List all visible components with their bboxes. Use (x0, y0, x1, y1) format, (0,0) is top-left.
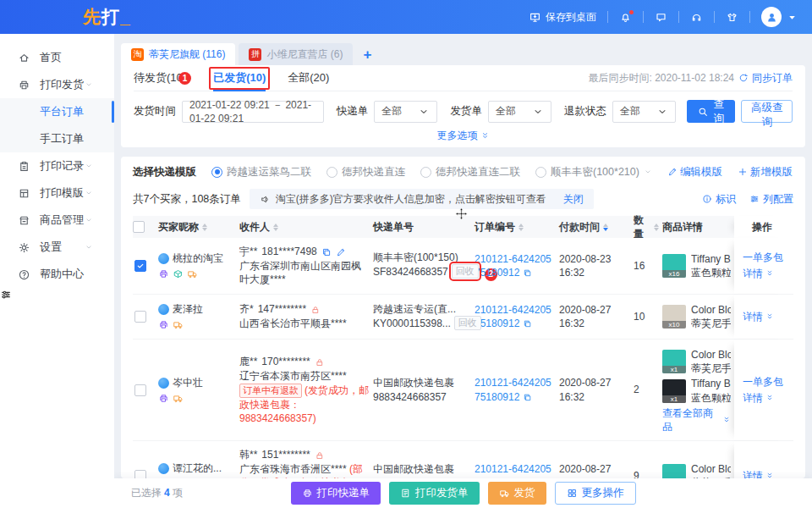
sort-icon[interactable] (202, 224, 207, 231)
recycle-button[interactable]: 回收 (452, 264, 479, 279)
more-options-link[interactable]: 更多选项 (134, 129, 793, 143)
theme-button[interactable] (726, 11, 738, 24)
ship-time-range-input[interactable]: 2021-01-22 09:21 － 2021-01-22 09:21 (182, 101, 324, 123)
multi-package-link[interactable]: 一单多包 (743, 375, 790, 389)
product-item: x10Color Block蒂芙尼手提 (662, 303, 731, 330)
notice-close-link[interactable]: 关闭 (563, 192, 584, 207)
quantity: 10 (634, 303, 662, 330)
template-radio[interactable]: 跨越速运菜鸟二联 (211, 165, 311, 179)
edit-template-link[interactable]: 编辑模版 (667, 165, 722, 179)
sliders-icon (749, 194, 760, 204)
double-chevron-down-icon (480, 131, 490, 141)
template-radio[interactable]: 德邦快递直连二联 (420, 165, 520, 179)
customer-service-button[interactable] (690, 11, 703, 24)
mark-tool[interactable]: 标识 (702, 192, 736, 207)
detail-link[interactable]: 详情 (743, 469, 790, 478)
row-checkbox[interactable] (134, 260, 146, 272)
express-template: 中国邮政快递包裹 (373, 376, 471, 389)
sort-icon[interactable] (603, 224, 608, 231)
sidebar-item[interactable]: 帮助中心 (0, 261, 114, 288)
buyer-platform-icon (158, 304, 169, 315)
sidebar-item[interactable]: 打印发货 (0, 71, 114, 98)
sidebar-item[interactable]: 打印记录 (0, 152, 114, 179)
notifications-button[interactable] (619, 11, 632, 24)
template-bar: 选择快递模版 跨越速运菜鸟二联德邦快递直连德邦快递直连二联顺丰丰密(100*21… (133, 157, 793, 187)
sidebar-item[interactable]: 商品管理 (0, 207, 114, 234)
add-template-link[interactable]: 新增模版 (738, 165, 793, 179)
sidebar-subitem[interactable]: 平台订单 (0, 98, 114, 125)
double-chevron-down-icon (765, 472, 774, 478)
notification-dot (629, 10, 634, 14)
recycle-button[interactable]: 回收 (454, 316, 481, 330)
add-shop-tab-button[interactable]: + (356, 47, 378, 65)
sort-icon[interactable] (273, 224, 278, 231)
sync-orders-button[interactable]: 同步订单 (738, 71, 793, 86)
column-header[interactable]: 数量 (634, 213, 662, 240)
print-express-button[interactable]: 打印快递单 (291, 482, 381, 505)
column-config-tool[interactable]: 列配置 (749, 192, 793, 207)
feedback-button[interactable] (655, 11, 667, 24)
sidebar-item[interactable]: 打印模版 (0, 179, 114, 207)
row-checkbox[interactable] (134, 311, 146, 323)
ship-button[interactable]: 发货 (488, 482, 546, 505)
select-all-checkbox[interactable] (133, 221, 145, 233)
row-checkbox[interactable] (134, 470, 146, 478)
sidebar-item[interactable]: 首页 (0, 44, 114, 71)
recipient-address: 辽宁省本溪市南芬区**** (239, 369, 370, 383)
order-number[interactable]: 210121-642420575180912 (475, 246, 559, 286)
advanced-search-button[interactable]: 高级查询 (741, 100, 793, 123)
column-header[interactable]: 买家昵称 (158, 220, 239, 234)
copy-order-button[interactable] (523, 317, 532, 330)
template-radio[interactable]: 德邦快递直连 (326, 165, 405, 179)
detail-link[interactable]: 详情 (743, 267, 790, 280)
express-filter-select[interactable]: 全部 (374, 101, 437, 123)
shop-tab[interactable]: 拼小维尼直营店 (6) (239, 43, 353, 65)
chevron-down-icon (85, 243, 93, 251)
pencil-icon (667, 167, 678, 177)
row-checkbox[interactable] (134, 384, 146, 396)
print-invoice-button[interactable]: 打印发货单 (389, 482, 480, 505)
selection-count: 已选择4项 (131, 486, 183, 500)
refund-filter-select[interactable]: 全部 (612, 101, 676, 123)
product-subtitle: 蒂芙尼手提 (691, 362, 731, 375)
save-to-desktop-button[interactable]: 保存到桌面 (529, 10, 596, 25)
detail-link[interactable]: 详情 (743, 391, 790, 405)
copy-order-button[interactable] (523, 266, 532, 279)
status-tab[interactable]: 已发货(10) (213, 65, 266, 91)
order-number[interactable]: 210121-642420575180912 (475, 296, 559, 337)
multi-package-link[interactable]: 一单多包 (743, 251, 790, 264)
status-tab[interactable]: 待发货(10)1 (134, 65, 191, 91)
sort-icon[interactable] (654, 224, 659, 231)
recipient-address: 广东省珠海市香洲区**** (部分发货成功，邮政快递包裹：98834246683… (239, 462, 370, 478)
recipient-name: 韩** (239, 448, 257, 461)
view-all-products-link[interactable]: 查看全部商品 (662, 406, 731, 433)
edit-button[interactable] (336, 245, 346, 258)
status-tab[interactable]: 全部(20) (288, 65, 329, 91)
recipient-address: 广东省深圳市南山区南园枫叶大厦**** (239, 259, 370, 286)
recipient-phone: 151******** (261, 448, 310, 461)
express-number: SF83424668357回收2 (373, 264, 471, 280)
radio-icon (326, 167, 337, 178)
copy-order-button[interactable] (523, 390, 532, 404)
refund-warning: 订单中有退款(发货成功，邮政快递包裹：9883424668357) (239, 384, 370, 425)
column-header[interactable]: 收件人 (239, 220, 373, 234)
person-icon (765, 11, 778, 24)
order-number[interactable]: 210121-642420575180912 (475, 456, 559, 478)
shop-tab[interactable]: 淘蒂芙尼旗舰 (116) (121, 43, 235, 65)
sort-icon[interactable] (518, 224, 524, 231)
order-number[interactable]: 210121-642420575180912 (475, 369, 559, 410)
search-button[interactable]: 查询 (687, 100, 735, 123)
copy-button[interactable] (321, 245, 332, 258)
more-actions-button[interactable]: 更多操作 (555, 482, 636, 505)
column-header[interactable]: 订单编号 (475, 220, 559, 234)
column-header[interactable]: 付款时间 (559, 220, 634, 234)
sidebar-item[interactable]: 设置 (0, 234, 114, 261)
active-tab-underline (213, 90, 266, 91)
invoice-filter-select[interactable]: 全部 (488, 101, 551, 123)
template-radio[interactable]: 顺丰丰密(100*210) (535, 165, 652, 179)
account-menu[interactable] (761, 7, 798, 27)
sidebar-subitem[interactable]: 手工订单 (0, 125, 114, 152)
detail-link[interactable]: 详情 (743, 310, 790, 323)
move-cursor-glyph (455, 207, 468, 220)
search-icon (697, 106, 709, 118)
